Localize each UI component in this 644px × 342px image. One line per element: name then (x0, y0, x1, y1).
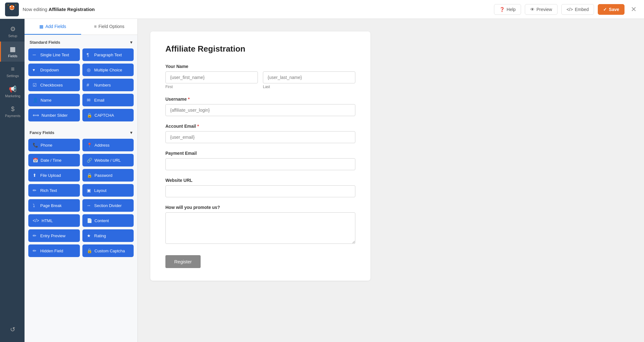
fancy-collapse-icon: ▾ (130, 130, 132, 135)
field-btn-entry-preview[interactable]: ✏ Entry Preview (28, 229, 80, 242)
fields-icon: ▦ (10, 45, 16, 53)
sidebar-item-fields[interactable]: ▦ Fields (0, 42, 25, 62)
close-button[interactable]: ✕ (628, 4, 639, 15)
field-btn-rich-text[interactable]: ✏ Rich Text (28, 184, 80, 197)
submit-label: Register (174, 259, 192, 264)
standard-fields-grid: ─ Single Line Text ¶ Paragraph Text ▾ Dr… (25, 47, 137, 125)
tab-field-options[interactable]: ≡ Field Options (81, 19, 138, 35)
field-btn-captcha[interactable]: 🔒 CAPTCHA (82, 109, 134, 121)
marketing-icon: 📢 (9, 85, 17, 93)
topbar: Now editing Affiliate Registration ❓ Hel… (0, 0, 644, 19)
fields-panel: ▦ Add Fields ≡ Field Options Standard Fi… (25, 19, 138, 342)
standard-fields-header[interactable]: Standard Fields ▾ (25, 35, 137, 47)
field-btn-password[interactable]: 🔒 Password (82, 169, 134, 182)
logo-icon (5, 3, 19, 16)
field-username: Username * (165, 97, 355, 116)
name-first-wrapper: First (165, 71, 258, 89)
payments-icon: $ (11, 105, 14, 113)
html-icon: </> (33, 218, 39, 223)
numbers-icon: # (87, 82, 92, 87)
sidebar-item-label: Settings (7, 74, 19, 78)
website-url-icon: 🔗 (87, 158, 92, 163)
page-break-icon: ⤵ (33, 203, 38, 208)
standard-fields-label: Standard Fields (30, 40, 60, 45)
sidebar-item-payments[interactable]: $ Payments (0, 102, 25, 121)
field-btn-name[interactable]: 👤 Name (28, 94, 80, 106)
field-btn-rating[interactable]: ★ Rating (82, 229, 134, 242)
tab-add-fields[interactable]: ▦ Add Fields (25, 19, 81, 35)
settings-icon: ≡ (11, 65, 15, 73)
field-options-icon: ≡ (94, 24, 97, 29)
embed-button[interactable]: </> Embed (561, 4, 594, 15)
sidebar-item-setup[interactable]: ⚙ Setup (0, 21, 25, 42)
rating-icon: ★ (87, 233, 92, 238)
embed-icon: </> (567, 7, 573, 12)
field-website-url-label: Website URL (165, 178, 355, 183)
field-btn-website-url[interactable]: 🔗 Website / URL (82, 154, 134, 166)
email-icon: ✉ (87, 98, 92, 103)
sidebar-item-label: Fields (8, 54, 17, 58)
name-first-input[interactable] (165, 71, 258, 83)
username-required: * (188, 97, 190, 102)
preview-icon: 👁 (530, 7, 535, 12)
field-payment-email: Payment Email (165, 151, 355, 170)
single-line-text-icon: ─ (33, 52, 38, 57)
rich-text-icon: ✏ (33, 188, 38, 193)
field-btn-custom-captcha[interactable]: 🔒 Custom Captcha (82, 244, 134, 257)
field-btn-single-line-text[interactable]: ─ Single Line Text (28, 48, 80, 61)
topbar-left: Now editing Affiliate Registration (5, 3, 95, 16)
website-url-input[interactable] (165, 185, 355, 197)
field-btn-address[interactable]: 📍 Address (82, 139, 134, 151)
paragraph-text-icon: ¶ (87, 52, 92, 57)
password-icon: 🔒 (87, 173, 92, 178)
svg-point-1 (9, 5, 14, 10)
account-email-input[interactable] (165, 131, 355, 143)
field-btn-email[interactable]: ✉ Email (82, 94, 134, 106)
field-btn-numbers[interactable]: # Numbers (82, 79, 134, 91)
field-how-promote: How will you promote us? (165, 205, 355, 245)
save-button[interactable]: ✓ Save (598, 4, 625, 15)
field-btn-section-divider[interactable]: ↔ Section Divider (82, 199, 134, 212)
username-input[interactable] (165, 104, 355, 116)
field-btn-number-slider[interactable]: ⟺ Number Slider (28, 109, 80, 121)
sidebar-item-marketing[interactable]: 📢 Marketing (0, 81, 25, 102)
field-btn-page-break[interactable]: ⤵ Page Break (28, 199, 80, 212)
field-btn-layout[interactable]: ▣ Layout (82, 184, 134, 197)
field-btn-phone[interactable]: 📞 Phone (28, 139, 80, 151)
field-btn-html[interactable]: </> HTML (28, 214, 80, 227)
captcha-icon: 🔒 (87, 113, 92, 118)
form-title: Affiliate Registration (165, 44, 355, 54)
field-btn-content[interactable]: 📄 Content (82, 214, 134, 227)
form-preview: Affiliate Registration Your Name First L… (150, 31, 370, 281)
payment-email-input[interactable] (165, 158, 355, 170)
name-first-sub: First (165, 85, 258, 89)
sidebar-item-label: Payments (5, 114, 20, 118)
help-button[interactable]: ❓ Help (494, 4, 521, 15)
preview-button[interactable]: 👁 Preview (525, 4, 558, 15)
field-username-label: Username * (165, 97, 355, 102)
name-last-input[interactable] (263, 71, 355, 83)
section-divider-icon: ↔ (87, 203, 92, 208)
entry-preview-icon: ✏ (33, 233, 38, 238)
main-content: Affiliate Registration Your Name First L… (138, 19, 644, 342)
field-website-url: Website URL (165, 178, 355, 197)
fancy-fields-header[interactable]: Fancy Fields ▾ (25, 125, 137, 137)
field-btn-hidden-field[interactable]: ✏ Hidden Field (28, 244, 80, 257)
help-icon: ❓ (499, 7, 505, 12)
submit-button[interactable]: Register (165, 255, 201, 268)
field-btn-file-upload[interactable]: ⬆ File Upload (28, 169, 80, 182)
sidebar-item-settings[interactable]: ≡ Settings (0, 62, 25, 81)
field-btn-dropdown[interactable]: ▾ Dropdown (28, 64, 80, 76)
sidebar-item-history[interactable]: ↺ (7, 322, 18, 337)
field-btn-date-time[interactable]: 📅 Date / Time (28, 154, 80, 166)
tab-add-fields-label: Add Fields (45, 24, 66, 29)
sidebar-item-label: Marketing (5, 94, 20, 98)
field-your-name-label: Your Name (165, 64, 355, 69)
field-account-email: Account Email * (165, 124, 355, 143)
field-btn-multiple-choice[interactable]: ◎ Multiple Choice (82, 64, 134, 76)
save-icon: ✓ (603, 7, 607, 12)
field-btn-checkboxes[interactable]: ☑ Checkboxes (28, 79, 80, 91)
field-btn-paragraph-text[interactable]: ¶ Paragraph Text (82, 48, 134, 61)
how-promote-textarea[interactable] (165, 212, 355, 244)
address-icon: 📍 (87, 143, 92, 148)
